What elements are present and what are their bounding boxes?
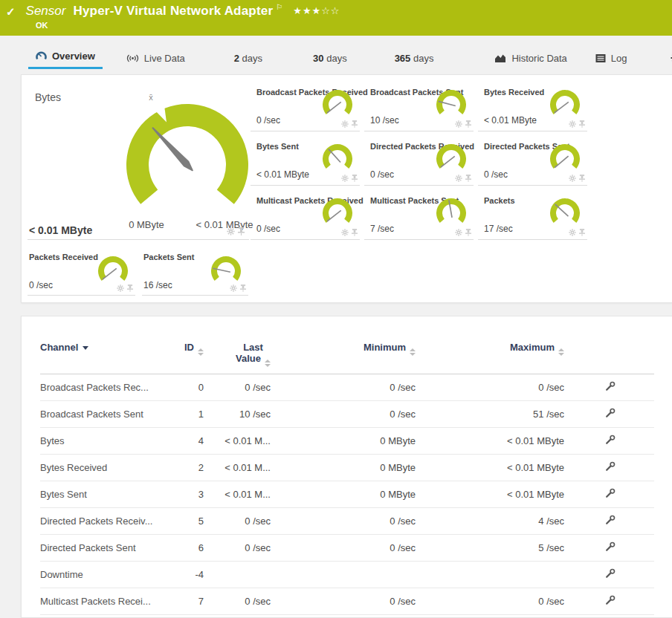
channel-name[interactable]: Directed Packets Receiv... bbox=[40, 508, 163, 535]
mini-gauge-needle bbox=[555, 156, 568, 167]
gauge-settings-gear-icon[interactable] bbox=[341, 175, 349, 182]
channel-minimum: 0 /sec bbox=[271, 508, 416, 535]
channel-last-value: < 0.01 M... bbox=[204, 428, 271, 455]
mini-gauge-needle bbox=[555, 204, 569, 216]
channel-id: 2 bbox=[163, 455, 204, 481]
channel-last-value: 0 /sec bbox=[204, 535, 271, 562]
tab-label: Historic Data bbox=[511, 53, 566, 64]
channel-minimum: 0 /sec bbox=[271, 588, 416, 615]
channel-last-value: 0 /sec bbox=[204, 374, 271, 401]
gauge-settings-gear-icon[interactable] bbox=[227, 227, 235, 235]
tab-settings[interactable]: Settings bbox=[663, 47, 672, 69]
priority-stars[interactable]: ★★★☆☆ bbox=[293, 5, 340, 16]
gauge-settings-gear-icon[interactable] bbox=[569, 229, 576, 236]
tab-historic-data[interactable]: Historic Data bbox=[487, 47, 574, 69]
mini-gauge bbox=[320, 143, 355, 172]
column-header-maximum[interactable]: Maximum bbox=[416, 342, 564, 374]
gauge-pin-icon[interactable] bbox=[240, 284, 246, 292]
channel-name[interactable]: Multicast Packets Recei... bbox=[40, 588, 163, 615]
gauge-settings-gear-icon[interactable] bbox=[455, 120, 462, 128]
gauge-settings-gear-icon[interactable] bbox=[341, 120, 349, 128]
gauge-pin-icon[interactable] bbox=[352, 229, 358, 236]
live-signal-icon bbox=[126, 53, 139, 63]
channel-maximum bbox=[416, 562, 564, 588]
gauge-settings-gear-icon[interactable] bbox=[569, 120, 576, 128]
flag-icon[interactable]: ⚐ bbox=[276, 3, 282, 11]
gauge-scale-min: 0 MByte bbox=[109, 219, 184, 230]
channel-name[interactable]: Downtime bbox=[40, 562, 163, 588]
gauge-settings-gear-icon[interactable] bbox=[569, 175, 576, 182]
channel-settings-wrench-icon[interactable] bbox=[605, 408, 616, 418]
channel-name[interactable]: Directed Packets Sent bbox=[40, 535, 163, 562]
channel-maximum: < 0.01 MByte bbox=[416, 428, 564, 455]
gauge-pin-icon[interactable] bbox=[238, 227, 245, 235]
tab-30-days[interactable]: 30 days bbox=[306, 47, 355, 69]
gauge-pin-icon[interactable] bbox=[465, 229, 471, 236]
channel-name[interactable]: Bytes bbox=[40, 428, 163, 455]
channel-id: 8 bbox=[163, 615, 204, 618]
channel-name[interactable]: Bytes Received bbox=[40, 455, 163, 481]
column-header-channel[interactable]: Channel bbox=[40, 342, 163, 374]
gauge-cell-packets-sent: Packets Sent 16 /sec bbox=[142, 250, 248, 296]
gauge-cell-directed-packets-received: Directed Packets Received 0 /sec bbox=[364, 137, 474, 186]
channel-settings-wrench-icon[interactable] bbox=[605, 461, 616, 472]
gauge-settings-gear-icon[interactable] bbox=[455, 175, 462, 182]
table-row: Bytes Received 2 < 0.01 M... 0 MByte < 0… bbox=[40, 455, 654, 481]
channel-settings-wrench-icon[interactable] bbox=[605, 595, 616, 605]
gauge-pin-icon[interactable] bbox=[579, 229, 585, 236]
gauge-pin-icon[interactable] bbox=[465, 175, 471, 182]
gauge-settings-gear-icon[interactable] bbox=[455, 229, 462, 236]
channel-settings-wrench-icon[interactable] bbox=[605, 488, 616, 498]
channel-name[interactable]: Broadcast Packets Rec... bbox=[40, 374, 163, 401]
mini-gauge bbox=[433, 197, 469, 227]
mini-gauge bbox=[433, 143, 469, 172]
mini-gauge-needle bbox=[441, 156, 455, 167]
log-list-icon bbox=[595, 53, 606, 63]
tab-label: Live Data bbox=[144, 53, 185, 64]
status-ok-check-icon: ✓ bbox=[6, 5, 16, 19]
tab-live-data[interactable]: Live Data bbox=[119, 47, 193, 69]
channel-id: -4 bbox=[163, 562, 204, 588]
table-row: Directed Packets Sent 6 0 /sec 0 /sec 5 … bbox=[40, 535, 654, 562]
channel-minimum: 0 MByte bbox=[271, 428, 416, 455]
gauge-pin-icon[interactable] bbox=[352, 175, 358, 182]
gauge-settings-gear-icon[interactable] bbox=[230, 284, 237, 292]
column-header-id[interactable]: ID bbox=[163, 342, 204, 374]
column-header-last-value[interactable]: LastValue bbox=[204, 342, 271, 374]
channel-settings-wrench-icon[interactable] bbox=[605, 381, 616, 391]
tab-label: days bbox=[326, 53, 346, 64]
channel-settings-wrench-icon[interactable] bbox=[605, 541, 616, 552]
mini-gauge-value: 7 /sec bbox=[370, 224, 394, 234]
gauge-pin-icon[interactable] bbox=[352, 120, 358, 128]
mini-gauge-value: 10 /sec bbox=[370, 115, 399, 126]
gauge-settings-gear-icon[interactable] bbox=[117, 284, 124, 292]
mini-gauge bbox=[95, 255, 131, 284]
mini-gauge bbox=[547, 88, 583, 118]
mini-gauge-needle bbox=[329, 149, 340, 163]
gauge-settings-gear-icon[interactable] bbox=[341, 229, 349, 236]
channel-name[interactable]: Multicast Packets Sent bbox=[40, 615, 163, 618]
channel-settings-wrench-icon[interactable] bbox=[605, 515, 616, 525]
mini-gauge-needle bbox=[103, 268, 117, 279]
sensor-title: Hyper-V Virtual Network Adapter bbox=[73, 4, 273, 19]
mini-gauge-title: Bytes Sent bbox=[256, 142, 299, 151]
channel-settings-wrench-icon[interactable] bbox=[605, 435, 616, 445]
gauge-pin-icon[interactable] bbox=[465, 120, 471, 128]
channel-maximum: 0 /sec bbox=[416, 588, 564, 615]
gauge-pin-icon[interactable] bbox=[579, 120, 585, 128]
sort-icon bbox=[558, 348, 564, 356]
tab-2-days[interactable]: 2 days bbox=[227, 47, 270, 69]
tab-overview[interactable]: Overview bbox=[28, 47, 103, 69]
channel-name[interactable]: Bytes Sent bbox=[40, 481, 163, 508]
channel-settings-wrench-icon[interactable] bbox=[605, 568, 616, 579]
channel-id: 7 bbox=[163, 588, 204, 615]
tab-log[interactable]: Log bbox=[588, 47, 635, 69]
mini-gauge-needle bbox=[327, 102, 341, 113]
tab-365-days[interactable]: 365 days bbox=[387, 47, 442, 69]
column-header-minimum[interactable]: Minimum bbox=[271, 342, 416, 374]
gauge-cell-multicast-packets-sent: Multicast Packets Sent 7 /sec bbox=[364, 191, 474, 240]
channel-name[interactable]: Broadcast Packets Sent bbox=[40, 401, 163, 428]
gauge-pin-icon[interactable] bbox=[127, 284, 133, 292]
gauge-pin-icon[interactable] bbox=[579, 175, 585, 182]
table-header-row: Channel ID LastValue Minimum Maximum bbox=[40, 342, 654, 374]
